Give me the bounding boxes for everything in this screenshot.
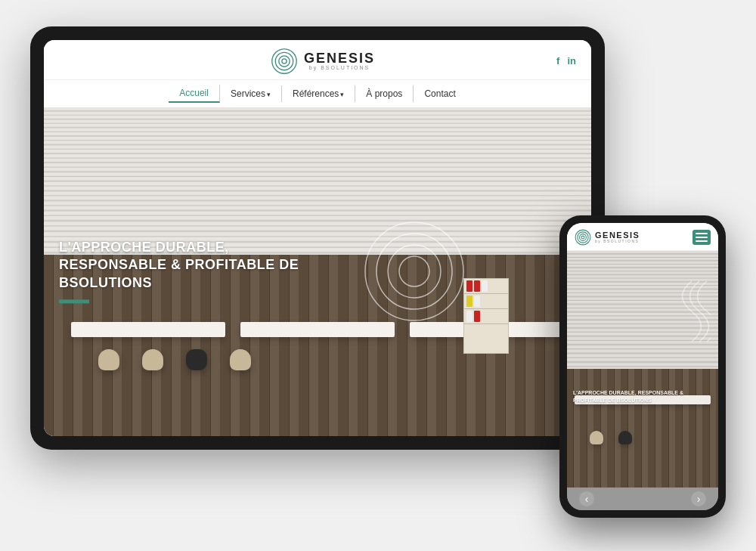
logo-text: GENESIS by BSOLUTIONS <box>304 51 375 70</box>
svg-point-3 <box>282 58 287 63</box>
book-7 <box>474 311 480 322</box>
tablet-screen: GENESIS by BSOLUTIONS f in Accueil Servi… <box>44 40 591 436</box>
nav-item-contact[interactable]: Contact <box>414 85 466 102</box>
phone-logo-icon <box>575 229 591 246</box>
phone-wave-deco <box>665 274 711 349</box>
genesis-logo-icon <box>271 48 298 75</box>
phone-hero: L'APPROCHE DURABLE, RESPONSABLE & PROFIT… <box>567 251 718 488</box>
scene: GENESIS by BSOLUTIONS f in Accueil Servi… <box>8 11 748 540</box>
phone-logo-subtitle: by BSOLUTIONS <box>595 240 640 243</box>
phone-screen: GENESIS by BSOLUTIONS <box>567 223 718 510</box>
nav-item-apropos[interactable]: À propos <box>355 85 414 102</box>
hero-line1: L'APPROCHE DURABLE, <box>59 240 229 255</box>
phone-logo-name: GENESIS <box>595 231 640 240</box>
phone-logo-text: GENESIS by BSOLUTIONS <box>595 231 640 243</box>
facebook-icon[interactable]: f <box>556 55 559 67</box>
book-3 <box>482 280 488 292</box>
chevron-services-icon: ▾ <box>267 91 271 98</box>
chair-2 <box>142 349 163 370</box>
hamburger-line-3 <box>696 240 708 242</box>
svg-point-9 <box>578 231 588 242</box>
svg-point-2 <box>279 55 290 66</box>
nav-item-accueil[interactable]: Accueil <box>169 85 220 103</box>
svg-point-7 <box>399 256 429 286</box>
tablet-device: GENESIS by BSOLUTIONS f in Accueil Servi… <box>30 26 605 450</box>
social-icons: f in <box>556 55 576 67</box>
phone-logo: GENESIS by BSOLUTIONS <box>575 229 640 246</box>
chair-3 <box>186 349 207 370</box>
phone-header: GENESIS by BSOLUTIONS <box>567 223 718 251</box>
shelf-row-2 <box>464 294 508 309</box>
hero-text: L'APPROCHE DURABLE, RESPONSABLE & PROFIT… <box>59 239 299 303</box>
phone-chair-1 <box>590 431 603 444</box>
phone-hero-text: L'APPROCHE DURABLE, RESPONSABLE & PROFIT… <box>573 389 718 404</box>
book-5 <box>474 296 480 307</box>
phone-wave-svg <box>665 274 711 349</box>
svg-point-10 <box>580 234 587 240</box>
phone-hero-bg: L'APPROCHE DURABLE, RESPONSABLE & PROFIT… <box>567 251 718 488</box>
hero-background: L'APPROCHE DURABLE, RESPONSABLE & PROFIT… <box>44 107 591 436</box>
chevron-references-icon: ▾ <box>340 91 344 98</box>
svg-point-11 <box>581 236 584 239</box>
svg-point-6 <box>388 245 441 298</box>
hamburger-line-2 <box>696 237 708 238</box>
svg-point-1 <box>275 52 293 70</box>
book-2 <box>474 280 480 292</box>
hero-line2: RESPONSABLE & PROFITABLE DE <box>59 258 299 273</box>
circle-decoration <box>358 215 471 328</box>
phone-chair-2 <box>618 431 632 444</box>
linkedin-icon[interactable]: in <box>567 55 576 67</box>
hero-headline: L'APPROCHE DURABLE, RESPONSABLE & PROFIT… <box>59 239 299 292</box>
tablet-header: GENESIS by BSOLUTIONS f in <box>44 40 591 80</box>
tablet-logo: GENESIS by BSOLUTIONS <box>271 48 375 75</box>
tablet-nav: Accueil Services▾ Références▾ À propos C… <box>44 80 591 107</box>
phone-office-floor <box>567 369 718 488</box>
circle-deco-svg <box>358 215 471 328</box>
svg-point-4 <box>365 222 463 320</box>
logo-subtitle: by BSOLUTIONS <box>304 65 375 70</box>
desk-1 <box>71 322 225 337</box>
prev-arrow-button[interactable]: ‹ <box>579 491 594 506</box>
chair-4 <box>230 349 251 370</box>
hamburger-line-1 <box>696 233 708 234</box>
phone-device: GENESIS by BSOLUTIONS <box>559 215 726 518</box>
phone-headline: L'APPROCHE DURABLE, RESPONSABLE & PROFIT… <box>573 389 718 404</box>
tablet-hero: L'APPROCHE DURABLE, RESPONSABLE & PROFIT… <box>44 107 591 436</box>
hero-accent-bar <box>59 300 89 304</box>
phone-nav-arrows: ‹ › <box>567 488 718 510</box>
nav-item-services[interactable]: Services▾ <box>220 85 282 102</box>
hero-line3: BSOLUTIONS <box>59 275 152 290</box>
chair-1 <box>98 349 119 370</box>
phone-chairs <box>590 431 696 444</box>
shelf-row-1 <box>464 279 508 294</box>
hamburger-menu-button[interactable] <box>692 230 711 245</box>
nav-item-references[interactable]: Références▾ <box>282 85 355 102</box>
logo-name: GENESIS <box>304 51 375 65</box>
next-arrow-button[interactable]: › <box>691 491 706 506</box>
shelf-row-3 <box>464 309 508 324</box>
